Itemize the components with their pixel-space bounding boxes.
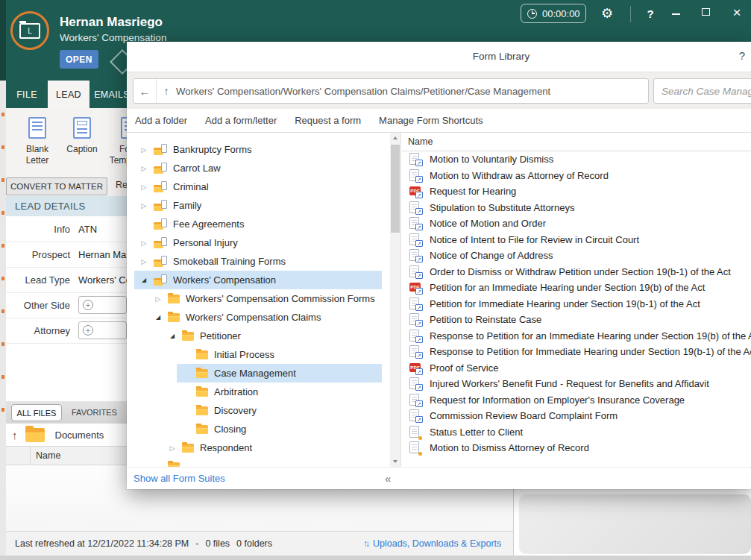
folder-up-icon[interactable]: ↑ bbox=[12, 429, 18, 441]
expanded-arrow-icon[interactable]: ◢ bbox=[156, 314, 160, 321]
shortcut-arrow-icon: ↗ bbox=[415, 368, 423, 375]
clipped-ribbon-button[interactable]: Re bbox=[116, 180, 128, 190]
tree-item[interactable]: ▷Family bbox=[134, 196, 382, 215]
form-name: Motion to Withdraw as Attorney of Record bbox=[430, 170, 609, 181]
tree-item[interactable]: ◢Workers' Compensation Claims bbox=[148, 308, 382, 327]
tree-item[interactable]: ▷Personal Injury bbox=[134, 233, 382, 252]
tab-file[interactable]: FILE bbox=[7, 81, 46, 108]
tab-lead[interactable]: LEAD bbox=[48, 81, 89, 108]
search-input[interactable] bbox=[653, 78, 751, 104]
tree-item[interactable]: ▷Smokeball Training Forms bbox=[134, 252, 382, 271]
document-file-icon bbox=[409, 426, 419, 438]
tree-item[interactable]: Closing bbox=[177, 420, 382, 438]
tree-item[interactable]: Case Management bbox=[177, 364, 382, 383]
collapsed-arrow-icon[interactable]: ▷ bbox=[142, 239, 147, 247]
breadcrumb-path[interactable]: Workers' Compensation/Workers' Compensat… bbox=[176, 86, 550, 97]
form-name: Petition to Reinstate Case bbox=[430, 314, 541, 325]
tree-item[interactable] bbox=[148, 457, 382, 467]
form-list-item[interactable]: Motion to Dismiss Attorney of Record bbox=[402, 440, 751, 456]
list-header[interactable]: Name bbox=[402, 133, 751, 151]
files-column-header[interactable]: Name bbox=[6, 446, 127, 465]
other-side-add-field[interactable]: + bbox=[78, 296, 127, 314]
tree-item-label: Workers' Compensation Commission Forms bbox=[186, 293, 375, 304]
form-list-item[interactable]: ↗Notice of Intent to File for Review in … bbox=[402, 232, 751, 248]
scroll-up-icon[interactable] bbox=[390, 133, 400, 143]
tree-item[interactable]: Arbitration bbox=[177, 383, 382, 401]
manage-form-shortcuts-link[interactable]: Manage Form Shortcuts bbox=[379, 115, 483, 126]
status-dash: - bbox=[195, 538, 198, 549]
tree-item[interactable]: ▷Respondent bbox=[163, 438, 382, 457]
scroll-down-icon[interactable] bbox=[390, 456, 400, 467]
form-list-item[interactable]: PDF↗Request for Hearing bbox=[402, 183, 751, 199]
tree-item[interactable]: Discovery bbox=[177, 401, 382, 420]
tree-item[interactable]: ▷Carrot Law bbox=[134, 159, 382, 177]
scrollbar-thumb[interactable] bbox=[391, 145, 400, 233]
tab-favorites[interactable]: FAVORITES bbox=[72, 401, 117, 424]
collapsed-arrow-icon[interactable]: ▷ bbox=[142, 165, 147, 172]
settings-gear-icon[interactable]: ⚙ bbox=[597, 4, 617, 23]
back-button[interactable]: ← bbox=[133, 79, 157, 103]
collapsed-arrow-icon[interactable]: ▷ bbox=[156, 295, 161, 303]
form-list-item[interactable]: PDF↗Petition for an Immediate Hearing un… bbox=[402, 280, 751, 295]
expand-arrow-slot: ▷ bbox=[134, 146, 154, 154]
add-plus-icon: + bbox=[83, 325, 93, 336]
form-list-item[interactable]: ↗Petition to Reinstate Case bbox=[402, 312, 751, 327]
close-button[interactable]: × bbox=[727, 3, 747, 22]
tab-all-files[interactable]: ALL FILES bbox=[11, 404, 62, 421]
open-button[interactable]: OPEN bbox=[60, 50, 98, 69]
tree-scrollbar[interactable] bbox=[390, 133, 400, 467]
dialog-help-button[interactable]: ? bbox=[735, 48, 750, 63]
expanded-arrow-icon[interactable]: ◢ bbox=[170, 333, 175, 339]
collapsed-arrow-icon[interactable]: ▷ bbox=[142, 183, 147, 191]
up-level-icon[interactable]: ↑ bbox=[157, 85, 176, 97]
request-form-link[interactable]: Request a form bbox=[295, 115, 361, 126]
tree-item[interactable]: ▷Criminal bbox=[134, 177, 382, 196]
form-list-item[interactable]: PDF↗Proof of Service bbox=[402, 360, 751, 376]
add-form-letter-link[interactable]: Add a form/letter bbox=[205, 115, 277, 126]
tree-item[interactable]: ▷Workers' Compensation Commission Forms bbox=[148, 289, 382, 308]
lead-folder-icon: L bbox=[19, 23, 40, 39]
form-list-item[interactable]: ↗Notice of Change of Address bbox=[402, 248, 751, 263]
expanded-arrow-icon[interactable]: ◢ bbox=[142, 277, 146, 283]
form-list-item[interactable]: ↗Injured Workers' Benefit Fund - Request… bbox=[402, 376, 751, 391]
collapse-tree-icon[interactable]: « bbox=[385, 468, 391, 489]
tree-item[interactable]: ▷Bankruptcy Forms bbox=[134, 140, 382, 159]
tree-item[interactable]: Initial Process bbox=[177, 345, 382, 364]
form-list-item[interactable]: ↗Response to Petition for Immediate Hear… bbox=[402, 344, 751, 359]
collapsed-arrow-icon[interactable]: ▷ bbox=[142, 202, 147, 210]
ribbon-item-blank[interactable]: BlankLetter bbox=[16, 117, 59, 166]
tree-item[interactable]: ◢Workers' Compensation bbox=[134, 271, 382, 289]
form-list-item[interactable]: ↗Order to Dismiss or Withdraw Petition u… bbox=[402, 264, 751, 280]
form-list-item[interactable]: ↗Response to Petition for an Immediate H… bbox=[402, 328, 751, 344]
timer-widget[interactable]: 00:00:00 bbox=[521, 4, 586, 23]
transfers-link[interactable]: ↑↓ Uploads, Downloads & Exports bbox=[363, 532, 501, 556]
form-list-item[interactable]: ↗Petition for Immediate Hearing under Se… bbox=[402, 296, 751, 312]
collapsed-arrow-icon[interactable]: ▷ bbox=[142, 258, 147, 265]
tree-item-label: Family bbox=[173, 200, 201, 211]
minimize-button[interactable] bbox=[672, 13, 680, 15]
attorney-add-field[interactable]: + bbox=[78, 321, 127, 339]
form-list-item[interactable]: Status Letter to Client bbox=[402, 424, 751, 440]
form-list-item[interactable]: ↗Stipulation to Substitute Attorneys bbox=[402, 200, 751, 215]
form-list-item[interactable]: ↗Motion to Withdraw as Attorney of Recor… bbox=[402, 168, 751, 183]
tree-item[interactable]: Fee Agreements bbox=[134, 215, 382, 233]
help-button[interactable]: ? bbox=[641, 5, 659, 23]
form-list-item[interactable]: ↗Request for Information on Employer's I… bbox=[402, 392, 751, 408]
collapsed-arrow-icon[interactable]: ▷ bbox=[170, 444, 175, 452]
suite-folder-icon bbox=[154, 218, 167, 230]
documents-label[interactable]: Documents bbox=[55, 430, 104, 441]
documents-folder-icon[interactable] bbox=[25, 428, 45, 442]
ribbon-item-caption[interactable]: Caption bbox=[60, 117, 104, 155]
show-all-form-suites-link[interactable]: Show all Form Suites bbox=[133, 468, 225, 489]
suite-folder-icon bbox=[154, 237, 167, 248]
add-folder-link[interactable]: Add a folder bbox=[135, 115, 187, 126]
field-label: Attorney bbox=[6, 325, 70, 336]
collapsed-arrow-icon[interactable]: ▷ bbox=[142, 146, 147, 154]
form-list-item[interactable]: ↗Motion to Voluntarily Dismiss bbox=[402, 151, 751, 167]
tree-item[interactable]: ◢Petitioner bbox=[163, 327, 382, 345]
form-list-item[interactable]: ↗Notice of Motion and Order bbox=[402, 215, 751, 231]
form-list-item[interactable]: ↗Commission Review Board Complaint Form bbox=[402, 408, 751, 424]
convert-to-matter-button[interactable]: CONVERT TO MATTER bbox=[6, 177, 107, 195]
maximize-button[interactable] bbox=[702, 8, 710, 16]
form-name: Petition for Immediate Hearing under Sec… bbox=[430, 298, 700, 309]
